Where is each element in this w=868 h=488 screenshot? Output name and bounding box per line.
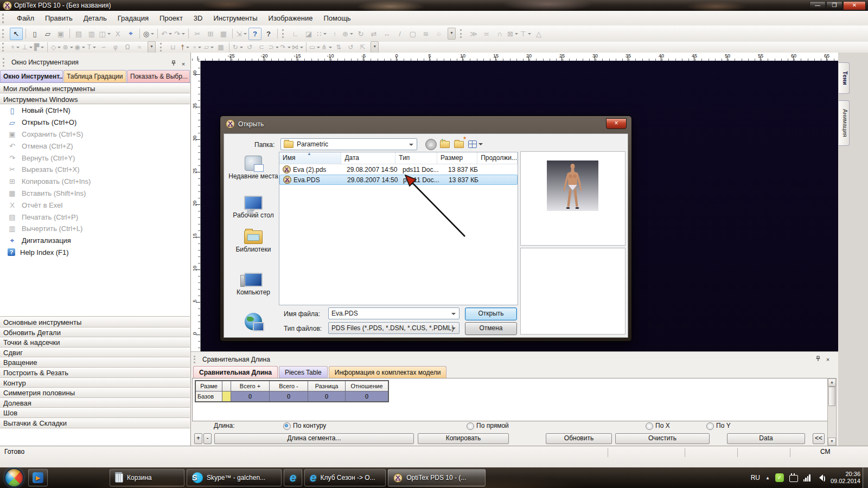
circle-point-icon[interactable]: ⊗ — [62, 43, 73, 52]
piece-page-icon[interactable]: ▱ — [203, 43, 214, 52]
undo-icon[interactable]: ↶ — [161, 28, 173, 40]
tab-model-sets-info[interactable]: Информация о комплектах модели — [329, 366, 447, 378]
print-icon[interactable]: ▤ — [73, 28, 85, 40]
column-date[interactable]: Дата — [341, 152, 395, 164]
perpendicular-point-icon[interactable]: ⊥ — [22, 43, 33, 52]
tool-open[interactable]: ▱Открыть (Ctrl+O) — [0, 117, 190, 129]
taskbar-recycle-bin[interactable]: Корзина — [110, 469, 184, 486]
tool-plot[interactable]: ▥Вычертить (Ctrl+L) — [0, 223, 190, 235]
pleats-icon[interactable]: ≋ — [420, 28, 432, 40]
menu-file[interactable]: Файл — [11, 12, 40, 24]
radio-by-contour[interactable] — [283, 422, 291, 430]
tool-paste[interactable]: ▦Вставить (Shift+Ins) — [0, 188, 190, 200]
radio-by-y[interactable] — [706, 422, 714, 430]
place-recent[interactable]: Недавние места — [228, 156, 278, 180]
close-icon[interactable]: × — [824, 356, 832, 363]
mirror-icon[interactable]: ⋈ — [292, 43, 303, 52]
section-update-pieces[interactable]: Обновить Детали — [0, 328, 190, 338]
fill-piece-icon[interactable]: ◪ — [303, 28, 315, 40]
pin-icon[interactable] — [814, 356, 822, 363]
file-row-selected[interactable]: Eva.PDS 29.08.2007 14:50 pds11 Doc... 13… — [279, 175, 518, 185]
text-tool-icon[interactable]: T — [86, 43, 97, 52]
filetype-combobox[interactable]: PDS Files (*.PDS, *.DSN, *.CUS, *.PDML) — [328, 322, 459, 334]
taskbar-wmp-button[interactable]: ▶ — [28, 469, 48, 486]
menu-tools[interactable]: Инструменты — [208, 12, 263, 24]
walk-pieces-icon[interactable]: ≫ — [468, 28, 480, 40]
section-basic-tools[interactable]: Основные инструменты — [0, 317, 190, 328]
open-folder-icon[interactable]: ▱ — [42, 28, 54, 40]
filename-combobox[interactable]: Eva.PDS — [328, 307, 459, 319]
skype-tray-icon[interactable]: ✓ — [775, 473, 784, 482]
rotate-copy-icon[interactable]: ↷ — [280, 43, 291, 52]
fold-icon[interactable]: ∩ — [494, 28, 506, 40]
remove-row-button[interactable]: - — [203, 433, 212, 444]
tab-show-select[interactable]: Показать & Выбр... — [127, 70, 190, 82]
paste-icon[interactable]: ▦ — [218, 28, 229, 40]
bottom-panel-header[interactable]: Сравнительная Длина × — [191, 354, 838, 365]
taskbar-ie-klub-sezon[interactable]: e Клуб Сезон -> O... — [304, 469, 386, 486]
help-icon[interactable]: ? — [248, 28, 261, 40]
rotate-right-icon[interactable]: ⊃ — [268, 43, 279, 52]
section-points-notches[interactable]: Точки & надсечки — [0, 337, 190, 348]
cut-piece-icon[interactable]: ⊠ — [507, 28, 519, 40]
folder-combobox[interactable]: Parametric — [280, 138, 417, 150]
update-button[interactable]: Обновить — [546, 433, 612, 444]
clear-button[interactable]: Очистить — [615, 433, 710, 444]
tab-pieces-table[interactable]: Pieces Table — [279, 366, 328, 378]
new-folder-button[interactable]: * — [453, 139, 465, 150]
taskbar-ie[interactable]: e — [284, 469, 302, 486]
menu-grading[interactable]: Градация — [112, 12, 154, 24]
up-level-button[interactable]: ↑ — [439, 139, 451, 150]
rotate-left-icon[interactable]: ⊂ — [256, 43, 267, 52]
move-point-icon[interactable]: ↔ — [381, 28, 393, 40]
tool-excel-report[interactable]: XОтчёт в Exel — [0, 199, 190, 211]
taskbar-optitex[interactable]: OptiTex PDS 10 - (... — [388, 469, 486, 486]
scroll-thumb[interactable] — [828, 387, 835, 406]
menu-piece[interactable]: Деталь — [78, 12, 112, 24]
dart-icon[interactable]: △ — [533, 28, 545, 40]
tab-shadows[interactable]: Тени — [839, 62, 850, 94]
tab-comparative-length[interactable]: Сравнительная Длина — [193, 366, 278, 378]
copy-button[interactable]: Копировать — [418, 433, 509, 444]
radio-by-x[interactable] — [646, 422, 653, 430]
tool-print[interactable]: ▤Печатать (Ctrl+P) — [0, 211, 190, 223]
delete-icon[interactable]: ⊔ — [168, 43, 178, 52]
move-up-icon[interactable]: ↑ — [329, 28, 341, 40]
curve-icon[interactable]: ∟ — [290, 28, 302, 40]
select-pointer-icon[interactable]: ↖ — [10, 28, 23, 40]
back-button[interactable]: ← — [425, 139, 437, 150]
tool-save[interactable]: ▣Сохранить (Ctrl+S) — [0, 129, 190, 140]
rotate-piece-icon[interactable]: ↻ — [355, 28, 367, 40]
close-icon[interactable]: × — [180, 60, 187, 68]
report-layout-icon[interactable]: ◫ — [99, 28, 111, 40]
start-button[interactable] — [4, 468, 24, 487]
swap-points-icon[interactable]: ⇄ — [368, 28, 380, 40]
column-size[interactable]: Размер — [437, 152, 477, 164]
piece-copy-icon[interactable]: ▭ — [309, 43, 320, 52]
dialog-close-button[interactable]: × — [606, 118, 627, 129]
import-icon[interactable]: ⇲ — [235, 28, 247, 40]
rotate-cw-icon[interactable]: ↻ — [232, 43, 243, 52]
dart-tool-icon[interactable]: ◇ — [50, 43, 61, 52]
menu-help[interactable]: Помощь — [318, 12, 356, 24]
add-row-button[interactable]: + — [194, 433, 202, 444]
grading-points-icon[interactable]: ∷ — [316, 28, 328, 40]
show-desktop-button[interactable] — [863, 467, 868, 488]
table-row[interactable]: Базов 0 0 0 0 — [195, 391, 388, 402]
show-hidden-icons[interactable]: ▲ — [765, 476, 770, 480]
add-circle-icon[interactable]: ⊕ — [342, 28, 354, 40]
menu-design[interactable]: Проект — [154, 12, 188, 24]
minimize-button[interactable]: — — [809, 1, 826, 10]
open-button[interactable]: Открыть — [465, 307, 517, 320]
button-point-icon[interactable]: ◉ — [74, 43, 85, 52]
close-button[interactable]: ✕ — [843, 1, 866, 10]
dialog-titlebar[interactable]: Открыть — [226, 119, 264, 129]
section-build-cut[interactable]: Построить & Резать — [0, 368, 190, 378]
symmetry-icon[interactable]: ⋔ — [321, 43, 332, 52]
pin-icon[interactable] — [170, 60, 177, 68]
s-curve-icon[interactable]: ∽ — [98, 43, 109, 52]
segment-length-button[interactable]: Длина сегмента... — [214, 433, 414, 444]
collapse-button[interactable]: << — [813, 433, 825, 444]
add-point-icon[interactable]: + — [10, 43, 21, 52]
data-button[interactable]: Data — [727, 433, 805, 444]
